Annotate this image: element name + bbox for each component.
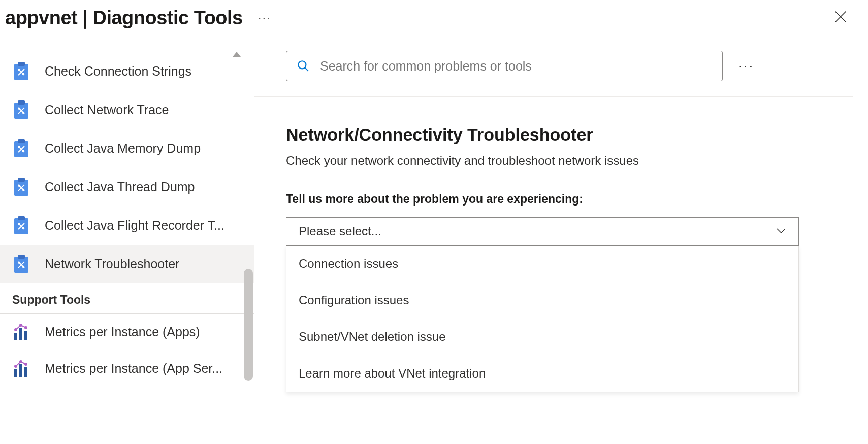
dropdown-option[interactable]: Learn more about VNet integration (286, 355, 798, 392)
sidebar-item-label: Collect Java Flight Recorder T... (45, 218, 224, 233)
sidebar-item-collect-java-flight-recorder-t[interactable]: Collect Java Flight Recorder T... (0, 206, 254, 245)
clipboard-tool-icon (12, 138, 30, 158)
content-title: Network/Connectivity Troubleshooter (286, 125, 812, 145)
content-subtitle: Check your network connectivity and trou… (286, 154, 812, 168)
content-section: Network/Connectivity Troubleshooter Chec… (286, 97, 853, 392)
sidebar: Check Connection StringsCollect Network … (0, 36, 254, 444)
sidebar-section-header: Support Tools (0, 283, 254, 314)
search-icon (297, 59, 310, 73)
scroll-up-button[interactable] (232, 50, 242, 60)
search-box[interactable] (286, 51, 723, 81)
sidebar-item-label: Network Troubleshooter (45, 257, 179, 271)
dropdown-option[interactable]: Connection issues (286, 246, 798, 282)
sidebar-item-label: Collect Java Thread Dump (45, 180, 195, 194)
sidebar-item-check-connection-strings[interactable]: Check Connection Strings (0, 52, 254, 90)
clipboard-tool-icon (12, 254, 30, 274)
search-row: ··· (254, 51, 853, 97)
dropdown-listbox: Connection issuesConfiguration issuesSub… (286, 246, 799, 392)
svg-point-3 (298, 61, 306, 69)
search-more-button[interactable]: ··· (738, 58, 754, 74)
chevron-down-icon (776, 227, 786, 236)
sidebar-item-collect-java-thread-dump[interactable]: Collect Java Thread Dump (0, 167, 254, 206)
page-title: appvnet | Diagnostic Tools (5, 7, 243, 29)
clipboard-tool-icon (12, 61, 30, 81)
sidebar-item-network-troubleshooter[interactable]: Network Troubleshooter (0, 245, 254, 283)
clipboard-tool-icon (12, 177, 30, 197)
chevron-up-icon (232, 51, 242, 58)
search-input[interactable] (320, 59, 712, 74)
clipboard-tool-icon (12, 215, 30, 235)
sidebar-scrollbar[interactable] (244, 269, 253, 381)
prompt-label: Tell us more about the problem you are e… (286, 192, 812, 206)
sidebar-item-metrics-per-instance-app-ser[interactable]: Metrics per Instance (App Ser... (0, 350, 254, 387)
close-button[interactable] (823, 10, 858, 26)
header-more-button[interactable]: ··· (258, 11, 271, 25)
sidebar-item-label: Collect Network Trace (45, 103, 169, 117)
sidebar-item-label: Metrics per Instance (App Ser... (45, 361, 222, 376)
sidebar-item-label: Metrics per Instance (Apps) (45, 325, 200, 339)
dropdown-option[interactable]: Subnet/VNet deletion issue (286, 319, 798, 355)
dropdown-option[interactable]: Configuration issues (286, 282, 798, 319)
sidebar-item-label: Collect Java Memory Dump (45, 141, 201, 156)
svg-marker-2 (233, 52, 241, 57)
bar-chart-icon (12, 359, 30, 378)
close-icon (833, 10, 848, 24)
sidebar-item-collect-java-memory-dump[interactable]: Collect Java Memory Dump (0, 129, 254, 167)
dropdown-placeholder: Please select... (299, 224, 381, 238)
sidebar-item-collect-network-trace[interactable]: Collect Network Trace (0, 90, 254, 129)
main-content: ··· Network/Connectivity Troubleshooter … (254, 36, 868, 444)
problem-select[interactable]: Please select... (286, 217, 799, 246)
clipboard-tool-icon (12, 99, 30, 120)
bar-chart-icon (12, 323, 30, 341)
sidebar-item-label: Check Connection Strings (45, 64, 191, 79)
sidebar-item-metrics-per-instance-apps[interactable]: Metrics per Instance (Apps) (0, 314, 254, 350)
page-header: appvnet | Diagnostic Tools ··· (0, 0, 868, 36)
svg-line-4 (305, 67, 308, 71)
